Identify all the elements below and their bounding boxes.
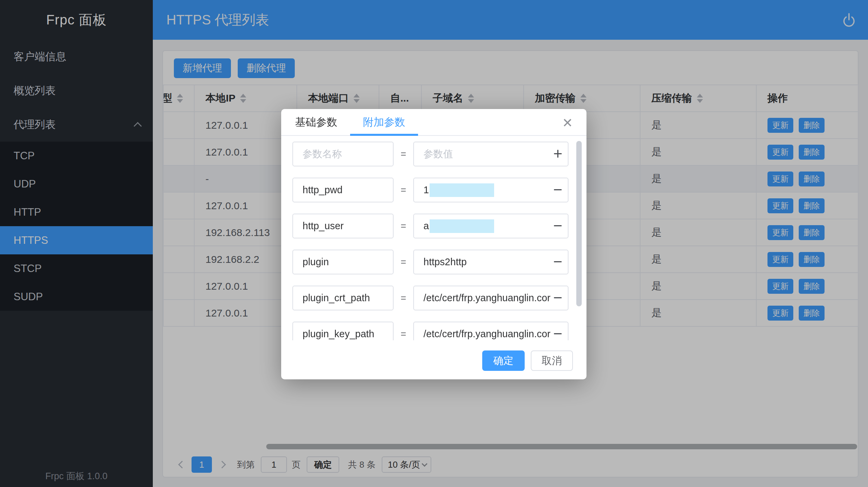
remove-param-icon[interactable]: − — [553, 182, 562, 197]
proxy-params-dialog: 基础参数 附加参数 ✕ 参数名称 = 参数值 + http_pwd = 1 − — [281, 109, 586, 379]
tab-basic-params[interactable]: 基础参数 — [282, 109, 350, 135]
close-icon[interactable]: ✕ — [560, 114, 575, 131]
remove-param-icon[interactable]: − — [553, 290, 562, 305]
param-row: plugin = https2http − — [292, 250, 586, 274]
param-value-input[interactable]: /etc/cert/frp.yanghuanglin.cor − — [413, 286, 568, 310]
cancel-button[interactable]: 取消 — [531, 350, 573, 371]
param-name-input[interactable]: plugin_crt_path — [292, 286, 394, 310]
dialog-scrollbar-thumb[interactable] — [576, 141, 582, 306]
equals-sign: = — [394, 329, 413, 340]
param-value-input[interactable]: https2http − — [413, 250, 568, 274]
equals-sign: = — [394, 221, 413, 232]
param-row-new: 参数名称 = 参数值 + — [292, 142, 586, 166]
masked-selection — [430, 183, 494, 197]
param-row: http_user = a − — [292, 214, 586, 238]
equals-sign: = — [394, 185, 413, 196]
param-value-input[interactable]: /etc/cert/frp.yanghuanglin.cor − — [413, 322, 568, 340]
dialog-body: 参数名称 = 参数值 + http_pwd = 1 − http_user = — [281, 136, 586, 340]
tab-extra-params[interactable]: 附加参数 — [350, 109, 418, 135]
param-value-input[interactable]: 参数值 + — [413, 142, 568, 166]
dialog-footer: 确定 取消 — [281, 340, 586, 379]
remove-param-icon[interactable]: − — [553, 218, 562, 233]
equals-sign: = — [394, 149, 413, 160]
masked-selection — [430, 219, 494, 233]
remove-param-icon[interactable]: − — [553, 326, 562, 340]
param-name-input[interactable]: plugin_key_path — [292, 322, 394, 340]
param-name-input[interactable]: plugin — [292, 250, 394, 274]
param-value-input[interactable]: a − — [413, 214, 568, 238]
remove-param-icon[interactable]: − — [553, 254, 562, 269]
param-row: plugin_crt_path = /etc/cert/frp.yanghuan… — [292, 286, 586, 310]
add-param-icon[interactable]: + — [553, 146, 562, 161]
confirm-button[interactable]: 确定 — [482, 350, 525, 371]
equals-sign: = — [394, 257, 413, 268]
equals-sign: = — [394, 293, 413, 304]
param-name-input[interactable]: http_pwd — [292, 178, 394, 202]
param-row: http_pwd = 1 − — [292, 178, 586, 202]
param-value-input[interactable]: 1 − — [413, 178, 568, 202]
param-name-input[interactable]: http_user — [292, 214, 394, 238]
param-name-input[interactable]: 参数名称 — [292, 142, 394, 166]
dialog-tabs: 基础参数 附加参数 ✕ — [281, 109, 586, 136]
param-row: plugin_key_path = /etc/cert/frp.yanghuan… — [292, 322, 586, 340]
